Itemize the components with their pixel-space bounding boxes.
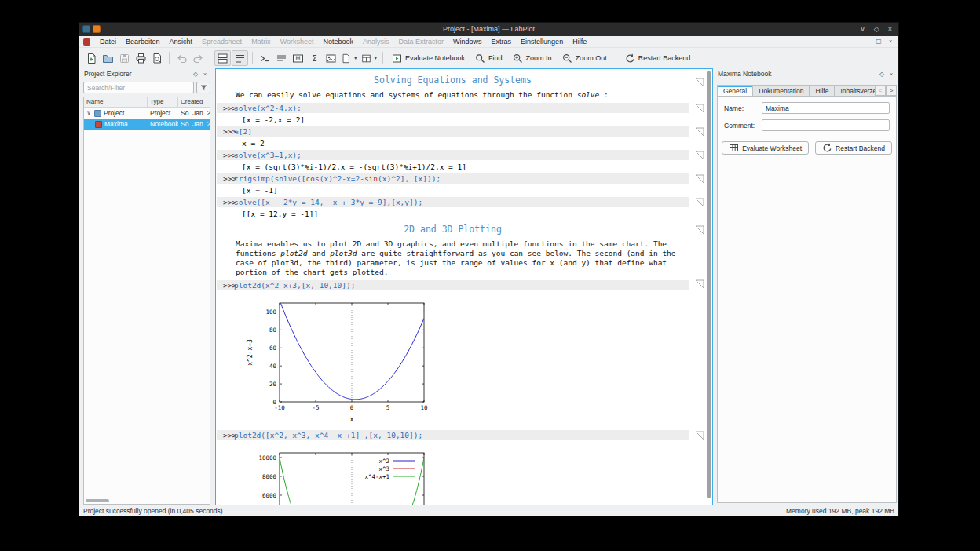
- menu-item-hilfe[interactable]: Hilfe: [568, 37, 591, 46]
- zoom-out-button[interactable]: Zoom Out: [558, 50, 612, 66]
- notebook-scrollbar[interactable]: [707, 71, 711, 498]
- expander-icon[interactable]: ∨: [86, 110, 92, 116]
- evaluate-notebook-button[interactable]: Evaluate Notebook: [387, 50, 470, 66]
- zoom-in-label: Zoom In: [526, 54, 552, 62]
- cell-fold-marker[interactable]: [695, 173, 704, 182]
- cell-fold-marker[interactable]: [695, 126, 704, 135]
- notebook-command-entry[interactable]: >>>%[2]: [217, 126, 689, 137]
- restart-backend-button[interactable]: Restart Backend: [815, 141, 892, 155]
- find-label: Find: [488, 54, 503, 62]
- notebook-command-entry[interactable]: >>>plot2d(x^2-x+3,[x,-10,10]);: [217, 280, 689, 290]
- cell-fold-marker[interactable]: [695, 429, 704, 439]
- close-panel-button[interactable]: ×: [200, 71, 210, 78]
- notebook-text-entry[interactable]: Maxima enables us to plot 2D and 3D grap…: [236, 239, 679, 277]
- cell-fold-marker[interactable]: [695, 76, 704, 86]
- menu-item-extras[interactable]: Extras: [487, 37, 517, 46]
- close-panel-button[interactable]: ×: [887, 71, 896, 78]
- menu-item-windows[interactable]: Windows: [448, 37, 487, 46]
- tab-dokumentation[interactable]: Dokumentation: [753, 85, 810, 97]
- print-preview-button[interactable]: [149, 50, 165, 66]
- notebook-command-entry[interactable]: >>>solve(x^3=1,x);: [217, 150, 689, 160]
- tree-item-type: Project: [148, 109, 178, 117]
- new-project-button[interactable]: [83, 50, 99, 66]
- project-explorer-hscrollbar[interactable]: [86, 499, 109, 502]
- menu-item-spreadsheet: Spreadsheet: [197, 37, 247, 46]
- svg-text:Σ: Σ: [312, 54, 316, 63]
- view-multiple-entries-button[interactable]: [214, 50, 231, 66]
- insert-latex-entry-button[interactable]: Σ: [306, 50, 322, 66]
- insert-text-entry-button[interactable]: [273, 50, 289, 66]
- tab-inhaltsverzeichn[interactable]: Inhaltsverzeichn: [835, 85, 875, 97]
- notebook-heading[interactable]: Solving Equations and Systems: [217, 75, 689, 86]
- filter-options-button[interactable]: [196, 82, 210, 93]
- cell-fold-marker[interactable]: [695, 278, 704, 287]
- insert-image-entry-button[interactable]: [323, 50, 338, 66]
- float-panel-button[interactable]: ◇: [191, 71, 200, 78]
- child-close-button[interactable]: ×: [887, 38, 894, 45]
- project-explorer-header: Project Explorer ◇ ×: [82, 68, 212, 79]
- command-prompt: >>>: [217, 127, 234, 136]
- menu-item-notebook[interactable]: Notebook: [318, 37, 358, 46]
- new-entry-dropdown-button[interactable]: ▾: [339, 50, 359, 66]
- child-restore-button[interactable]: ▢: [875, 38, 883, 45]
- cell-fold-marker[interactable]: [695, 102, 704, 111]
- tab-hilfe[interactable]: Hilfe: [810, 85, 835, 97]
- name-field[interactable]: [762, 102, 890, 114]
- toolbar-separator: [382, 52, 383, 64]
- cell-fold-marker[interactable]: [695, 196, 704, 206]
- view-single-entry-button[interactable]: [232, 50, 248, 66]
- cell-fold-marker[interactable]: [695, 149, 704, 159]
- tree-column-headers: Name Type Created: [84, 97, 210, 108]
- search-input[interactable]: [83, 82, 194, 93]
- tree-row-project[interactable]: ∨ Project Project So. Jan. 2 18:: [84, 108, 210, 119]
- svg-text:x^3: x^3: [378, 465, 389, 473]
- notebook-text-entry[interactable]: We can easily solve equations and system…: [236, 90, 679, 100]
- entry-options-dropdown-button[interactable]: ▾: [360, 50, 379, 66]
- notebook-heading[interactable]: 2D and 3D Plotting: [217, 224, 689, 235]
- dropdown-arrow-icon: ▾: [375, 55, 378, 61]
- column-header-name[interactable]: Name: [84, 97, 148, 107]
- undo-icon: [176, 53, 188, 64]
- entries-view-icon: [217, 53, 229, 64]
- evaluate-worksheet-button[interactable]: Evaluate Worksheet: [722, 141, 809, 155]
- notebook-view[interactable]: Solving Equations and SystemsWe can easi…: [215, 68, 713, 506]
- list-view-icon: [234, 53, 246, 64]
- print-button[interactable]: [133, 50, 148, 66]
- window-minimize-button[interactable]: ∨: [860, 25, 865, 33]
- child-minimize-button[interactable]: –: [863, 38, 871, 45]
- insert-command-entry-button[interactable]: [257, 50, 272, 66]
- menu-item-matrix: Matrix: [247, 37, 276, 46]
- menu-item-einstellungen[interactable]: Einstellungen: [516, 37, 568, 46]
- cell-fold-marker[interactable]: [695, 224, 704, 233]
- menu-item-ansicht[interactable]: Ansicht: [165, 37, 198, 46]
- find-button[interactable]: Find: [470, 50, 507, 66]
- restart-backend-button[interactable]: Restart Backend: [620, 50, 696, 66]
- tab-scroll-right-button[interactable]: >: [886, 85, 897, 96]
- command-entry-icon: [259, 53, 271, 64]
- column-header-created[interactable]: Created: [178, 97, 210, 107]
- comment-field[interactable]: [762, 119, 890, 131]
- notebook-command-entry[interactable]: >>>solve(x^2-4,x);: [217, 103, 689, 113]
- image-entry-icon: [325, 53, 337, 64]
- menubar: DateiBearbeitenAnsichtSpreadsheetMatrixW…: [79, 36, 898, 48]
- notebook-command-entry[interactable]: >>>plot2d([x^2, x^3, x^4 -x +1] ,[x,-10,…: [217, 430, 689, 440]
- tree-row-maxima[interactable]: Maxima Notebook So. Jan. 2 18:: [84, 119, 210, 130]
- notebook-command-entry[interactable]: >>>trigsimp(solve([cos(x)^2-x=2-sin(x)^2…: [217, 173, 689, 184]
- menu-item-datei[interactable]: Datei: [95, 37, 121, 46]
- float-panel-button[interactable]: ◇: [877, 71, 887, 78]
- maxima-notebook-panel: Maxima Notebook ◇ × GeneralDokumentation…: [715, 68, 898, 506]
- column-header-type[interactable]: Type: [148, 97, 178, 107]
- insert-markdown-entry-button[interactable]: M: [290, 50, 305, 66]
- menu-item-bearbeiten[interactable]: Bearbeiten: [121, 37, 165, 46]
- titlebar[interactable]: Project - [Maxima] — LabPlot ∨ ◇ ×: [79, 23, 898, 36]
- spreadsheet-icon: [729, 143, 739, 153]
- zoom-in-button[interactable]: Zoom In: [508, 50, 557, 66]
- restart-backend-label: Restart Backend: [836, 144, 885, 152]
- window-close-button[interactable]: ×: [888, 25, 892, 33]
- open-project-button[interactable]: [100, 50, 115, 66]
- redo-icon: [192, 53, 204, 64]
- notebook-output: [x = -1]: [217, 185, 689, 195]
- notebook-command-entry[interactable]: >>>solve([x - 2*y = 14, x + 3*y = 9],[x,…: [217, 197, 689, 207]
- window-maximize-button[interactable]: ◇: [874, 25, 879, 33]
- tab-general[interactable]: General: [717, 85, 753, 97]
